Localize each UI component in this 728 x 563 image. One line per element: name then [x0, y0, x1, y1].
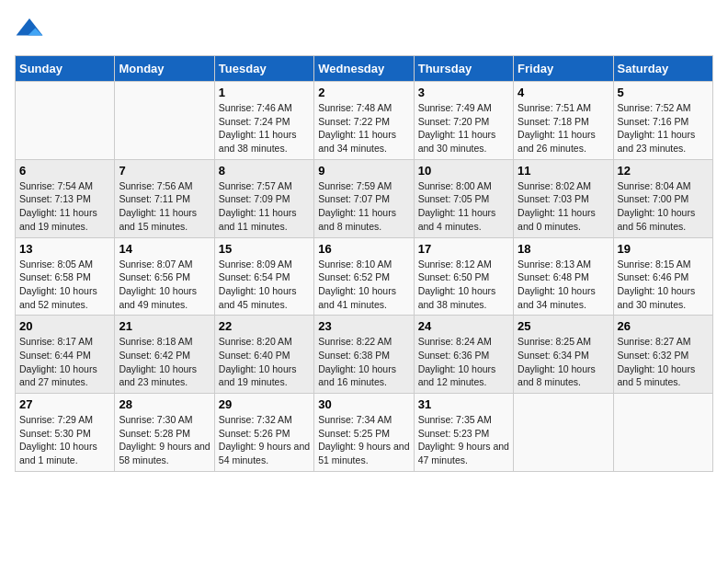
day-info: Sunrise: 7:54 AMSunset: 7:13 PMDaylight:…	[19, 180, 97, 232]
day-number: 31	[418, 397, 509, 411]
week-row-2: 6 Sunrise: 7:54 AMSunset: 7:13 PMDayligh…	[16, 159, 713, 237]
day-cell: 22 Sunrise: 8:20 AMSunset: 6:40 PMDaylig…	[214, 316, 313, 394]
day-cell: 28 Sunrise: 7:30 AMSunset: 5:28 PMDaylig…	[115, 394, 214, 472]
day-number: 27	[19, 397, 110, 411]
day-info: Sunrise: 8:04 AMSunset: 7:00 PMDaylight:…	[618, 180, 696, 232]
header-monday: Monday	[115, 56, 214, 82]
day-cell: 6 Sunrise: 7:54 AMSunset: 7:13 PMDayligh…	[16, 159, 115, 237]
day-info: Sunrise: 8:00 AMSunset: 7:05 PMDaylight:…	[418, 180, 496, 232]
day-info: Sunrise: 7:49 AMSunset: 7:20 PMDaylight:…	[418, 102, 496, 154]
day-number: 3	[418, 86, 509, 99]
day-info: Sunrise: 8:25 AMSunset: 6:34 PMDaylight:…	[518, 336, 596, 387]
logo-icon	[15, 15, 44, 44]
day-info: Sunrise: 7:35 AMSunset: 5:23 PMDaylight:…	[418, 414, 509, 465]
day-cell: 4 Sunrise: 7:51 AMSunset: 7:18 PMDayligh…	[514, 82, 613, 160]
day-info: Sunrise: 8:05 AMSunset: 6:58 PMDaylight:…	[19, 259, 97, 310]
day-cell: 1 Sunrise: 7:46 AMSunset: 7:24 PMDayligh…	[214, 82, 313, 160]
day-info: Sunrise: 8:02 AMSunset: 7:03 PMDaylight:…	[518, 180, 596, 232]
week-row-5: 27 Sunrise: 7:29 AMSunset: 5:30 PMDaylig…	[16, 394, 713, 472]
day-number: 13	[19, 242, 110, 256]
calendar-table: SundayMondayTuesdayWednesdayThursdayFrid…	[15, 55, 713, 472]
day-cell: 17 Sunrise: 8:12 AMSunset: 6:50 PMDaylig…	[414, 237, 513, 316]
logo	[15, 15, 48, 44]
day-cell: 27 Sunrise: 7:29 AMSunset: 5:30 PMDaylig…	[16, 394, 115, 472]
day-cell: 26 Sunrise: 8:27 AMSunset: 6:32 PMDaylig…	[613, 316, 712, 394]
day-info: Sunrise: 7:52 AMSunset: 7:16 PMDaylight:…	[618, 102, 696, 154]
header-wednesday: Wednesday	[314, 56, 414, 82]
day-cell	[514, 394, 613, 472]
day-cell: 20 Sunrise: 8:17 AMSunset: 6:44 PMDaylig…	[16, 316, 115, 394]
day-cell: 12 Sunrise: 8:04 AMSunset: 7:00 PMDaylig…	[613, 159, 712, 237]
day-cell: 23 Sunrise: 8:22 AMSunset: 6:38 PMDaylig…	[314, 316, 414, 394]
header-thursday: Thursday	[414, 56, 513, 82]
day-number: 14	[119, 242, 210, 256]
day-number: 18	[518, 242, 609, 256]
day-number: 22	[219, 319, 310, 333]
day-number: 25	[518, 319, 609, 333]
week-row-3: 13 Sunrise: 8:05 AMSunset: 6:58 PMDaylig…	[16, 237, 713, 316]
day-number: 4	[518, 86, 609, 99]
day-number: 29	[219, 397, 310, 411]
day-number: 17	[418, 242, 509, 256]
day-number: 15	[219, 242, 310, 256]
day-cell	[115, 82, 214, 160]
day-number: 28	[119, 397, 210, 411]
day-number: 6	[19, 164, 110, 178]
day-cell: 21 Sunrise: 8:18 AMSunset: 6:42 PMDaylig…	[115, 316, 214, 394]
day-cell: 10 Sunrise: 8:00 AMSunset: 7:05 PMDaylig…	[414, 159, 513, 237]
day-number: 8	[219, 164, 310, 178]
day-cell: 30 Sunrise: 7:34 AMSunset: 5:25 PMDaylig…	[314, 394, 414, 472]
day-info: Sunrise: 8:12 AMSunset: 6:50 PMDaylight:…	[418, 259, 496, 310]
header-sunday: Sunday	[16, 56, 115, 82]
day-number: 10	[418, 164, 509, 178]
day-cell: 25 Sunrise: 8:25 AMSunset: 6:34 PMDaylig…	[514, 316, 613, 394]
page-header	[15, 15, 713, 44]
day-number: 23	[318, 319, 409, 333]
day-info: Sunrise: 7:30 AMSunset: 5:28 PMDaylight:…	[119, 414, 210, 465]
day-info: Sunrise: 8:24 AMSunset: 6:36 PMDaylight:…	[418, 336, 496, 387]
day-number: 21	[119, 319, 210, 333]
day-cell: 2 Sunrise: 7:48 AMSunset: 7:22 PMDayligh…	[314, 82, 414, 160]
day-info: Sunrise: 8:27 AMSunset: 6:32 PMDaylight:…	[618, 336, 696, 387]
day-cell: 11 Sunrise: 8:02 AMSunset: 7:03 PMDaylig…	[514, 159, 613, 237]
day-cell: 16 Sunrise: 8:10 AMSunset: 6:52 PMDaylig…	[314, 237, 414, 316]
day-cell	[16, 82, 115, 160]
day-info: Sunrise: 7:59 AMSunset: 7:07 PMDaylight:…	[318, 180, 396, 232]
week-row-4: 20 Sunrise: 8:17 AMSunset: 6:44 PMDaylig…	[16, 316, 713, 394]
header-tuesday: Tuesday	[214, 56, 313, 82]
day-cell: 5 Sunrise: 7:52 AMSunset: 7:16 PMDayligh…	[613, 82, 712, 160]
day-number: 20	[19, 319, 110, 333]
day-cell: 29 Sunrise: 7:32 AMSunset: 5:26 PMDaylig…	[214, 394, 313, 472]
day-number: 12	[618, 164, 709, 178]
day-number: 5	[618, 86, 709, 99]
day-info: Sunrise: 7:56 AMSunset: 7:11 PMDaylight:…	[119, 180, 197, 232]
day-cell: 31 Sunrise: 7:35 AMSunset: 5:23 PMDaylig…	[414, 394, 513, 472]
day-number: 30	[318, 397, 409, 411]
day-cell: 9 Sunrise: 7:59 AMSunset: 7:07 PMDayligh…	[314, 159, 414, 237]
day-cell: 15 Sunrise: 8:09 AMSunset: 6:54 PMDaylig…	[214, 237, 313, 316]
day-cell: 18 Sunrise: 8:13 AMSunset: 6:48 PMDaylig…	[514, 237, 613, 316]
day-info: Sunrise: 8:20 AMSunset: 6:40 PMDaylight:…	[219, 336, 297, 387]
day-cell: 3 Sunrise: 7:49 AMSunset: 7:20 PMDayligh…	[414, 82, 513, 160]
day-info: Sunrise: 8:15 AMSunset: 6:46 PMDaylight:…	[618, 259, 696, 310]
week-row-1: 1 Sunrise: 7:46 AMSunset: 7:24 PMDayligh…	[16, 82, 713, 160]
day-info: Sunrise: 8:17 AMSunset: 6:44 PMDaylight:…	[19, 336, 97, 387]
day-cell: 19 Sunrise: 8:15 AMSunset: 6:46 PMDaylig…	[613, 237, 712, 316]
day-info: Sunrise: 7:46 AMSunset: 7:24 PMDaylight:…	[219, 102, 297, 154]
header-saturday: Saturday	[613, 56, 712, 82]
day-info: Sunrise: 7:48 AMSunset: 7:22 PMDaylight:…	[318, 102, 396, 154]
day-info: Sunrise: 8:22 AMSunset: 6:38 PMDaylight:…	[318, 336, 396, 387]
day-info: Sunrise: 8:07 AMSunset: 6:56 PMDaylight:…	[119, 259, 197, 310]
day-info: Sunrise: 8:13 AMSunset: 6:48 PMDaylight:…	[518, 259, 596, 310]
day-info: Sunrise: 7:29 AMSunset: 5:30 PMDaylight:…	[19, 414, 97, 465]
day-info: Sunrise: 7:32 AMSunset: 5:26 PMDaylight:…	[219, 414, 310, 465]
day-cell: 7 Sunrise: 7:56 AMSunset: 7:11 PMDayligh…	[115, 159, 214, 237]
day-info: Sunrise: 8:18 AMSunset: 6:42 PMDaylight:…	[119, 336, 197, 387]
day-number: 24	[418, 319, 509, 333]
day-info: Sunrise: 7:34 AMSunset: 5:25 PMDaylight:…	[318, 414, 409, 465]
day-number: 19	[618, 242, 709, 256]
day-cell: 8 Sunrise: 7:57 AMSunset: 7:09 PMDayligh…	[214, 159, 313, 237]
header-friday: Friday	[514, 56, 613, 82]
day-info: Sunrise: 8:10 AMSunset: 6:52 PMDaylight:…	[318, 259, 396, 310]
header-row: SundayMondayTuesdayWednesdayThursdayFrid…	[16, 56, 713, 82]
